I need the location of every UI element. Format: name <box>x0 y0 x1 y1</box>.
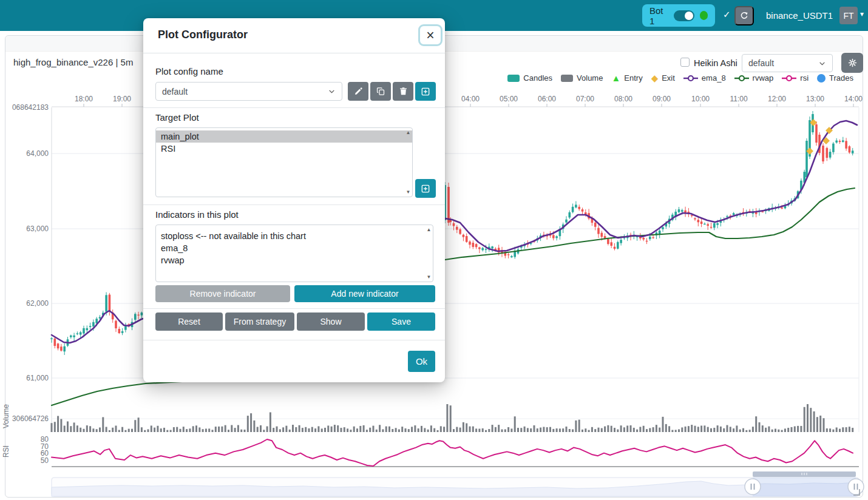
legend-item-rvwap[interactable]: rvwap <box>734 73 774 83</box>
legend-swatch: ▲ <box>611 75 620 82</box>
heikin-ashi-label[interactable]: Heikin Ashi <box>694 58 737 68</box>
plus-square-icon <box>421 184 430 194</box>
add-new-indicator-button[interactable]: Add new indicator <box>294 285 435 302</box>
plus-square-icon <box>421 87 430 96</box>
show-button[interactable]: Show <box>297 312 365 331</box>
chart-settings-button[interactable] <box>841 53 863 73</box>
bot-status-dot <box>700 11 708 20</box>
legend-swatch <box>734 75 749 82</box>
chart-legend: CandlesVolume▲Entry◆Exitema_8rvwaprsiTra… <box>507 73 853 83</box>
legend-label: Entry <box>624 73 642 83</box>
legend-item-volume[interactable]: Volume <box>561 73 603 83</box>
scroll-down-icon[interactable]: ▼ <box>406 189 411 195</box>
legend-swatch <box>683 75 698 82</box>
plot-config-select[interactable]: default <box>742 54 833 72</box>
copy-icon <box>376 87 385 96</box>
chart-title: high_frog_binance_v226 | 5m <box>13 57 133 67</box>
refresh-button[interactable] <box>734 6 754 25</box>
app-root: Bot 1 ✓ binance_USDT1 FT ▾ high_frog_bin… <box>0 0 868 500</box>
config-name-select[interactable]: default <box>155 82 342 101</box>
footer-divider <box>143 340 445 340</box>
delete-config-button[interactable] <box>393 82 413 101</box>
indicator-option-rvwap[interactable]: rvwap <box>156 254 433 266</box>
legend-swatch <box>782 75 796 82</box>
legend-swatch <box>817 74 826 83</box>
list-scrollbar[interactable]: ▲▼ <box>425 225 433 282</box>
bot-name-label: Bot 1 <box>649 5 668 26</box>
plot-config-select-value: default <box>748 58 774 68</box>
indicators-list[interactable]: stoploss <-- not available in this chart… <box>155 225 433 282</box>
heikin-ashi-checkbox[interactable] <box>680 58 690 67</box>
avatar-initials: FT <box>843 11 853 21</box>
toggle-knob <box>685 12 693 20</box>
target-plot-option-rsi[interactable]: RSI <box>156 143 412 155</box>
indicators-label: Indicators in this plot <box>155 209 239 220</box>
legend-item-exit[interactable]: ◆Exit <box>651 73 675 83</box>
legend-item-entry[interactable]: ▲Entry <box>611 73 642 83</box>
remove-indicator-button[interactable]: Remove indicator <box>155 285 290 302</box>
refresh-icon <box>739 11 749 21</box>
user-avatar[interactable]: FT <box>839 7 858 24</box>
legend-label: Exit <box>662 73 675 83</box>
trash-icon <box>399 87 408 96</box>
add-target-plot-button[interactable] <box>415 179 436 198</box>
caret-down-icon[interactable]: ▾ <box>860 10 864 18</box>
legend-label: ema_8 <box>702 73 726 83</box>
indicator-option-ema8[interactable]: ema_8 <box>156 242 433 254</box>
legend-item-trades[interactable]: Trades <box>817 73 853 83</box>
scroll-down-icon[interactable]: ▼ <box>427 274 432 280</box>
reset-button[interactable]: Reset <box>155 312 223 331</box>
plot-configurator-modal: Plot Configurator × Plot config name def… <box>143 18 445 382</box>
target-plot-option-main-plot[interactable]: main_plot <box>156 130 412 143</box>
pencil-icon <box>354 87 363 96</box>
config-name-label: Plot config name <box>155 66 223 76</box>
list-scrollbar[interactable]: ▲▼ <box>404 128 412 197</box>
from-strategy-button[interactable]: From strategy <box>225 312 294 331</box>
duplicate-config-button[interactable] <box>370 82 391 101</box>
legend-item-rsi[interactable]: rsi <box>782 73 809 83</box>
target-plot-label: Target Plot <box>155 112 199 123</box>
scroll-up-icon[interactable]: ▲ <box>406 130 411 135</box>
indicator-option-stoploss[interactable]: stoploss <-- not available in this chart <box>156 230 433 242</box>
rename-config-button[interactable] <box>348 82 368 101</box>
save-button[interactable]: Save <box>367 312 435 331</box>
modal-header: Plot Configurator × <box>143 18 445 53</box>
gear-icon <box>848 58 857 67</box>
target-plot-list[interactable]: main_plot RSI ▲▼ <box>155 127 413 197</box>
bot-selector-chip[interactable]: Bot 1 <box>642 4 715 27</box>
legend-label: Trades <box>829 73 853 83</box>
section-divider <box>143 107 445 108</box>
legend-label: rvwap <box>753 73 774 83</box>
config-name-select-value: default <box>162 87 188 96</box>
legend-label: rsi <box>800 73 809 83</box>
legend-swatch <box>561 75 573 82</box>
legend-item-candles[interactable]: Candles <box>507 73 552 83</box>
legend-item-ema_8[interactable]: ema_8 <box>683 73 726 83</box>
pair-label: binance_USDT1 <box>766 10 833 21</box>
chevron-down-icon <box>818 59 826 67</box>
bot-online-toggle[interactable] <box>674 10 694 21</box>
close-button[interactable]: × <box>418 24 442 46</box>
section-divider <box>143 204 445 205</box>
check-icon: ✓ <box>723 9 731 20</box>
section-divider <box>143 308 445 309</box>
add-config-button[interactable] <box>415 82 436 101</box>
legend-swatch <box>507 75 520 82</box>
scroll-up-icon[interactable]: ▲ <box>427 227 432 232</box>
legend-label: Candles <box>523 73 552 83</box>
ok-button[interactable]: Ok <box>408 351 435 372</box>
modal-title: Plot Configurator <box>158 29 248 41</box>
legend-label: Volume <box>577 73 603 83</box>
chevron-down-icon <box>328 87 336 95</box>
legend-swatch: ◆ <box>651 75 659 82</box>
